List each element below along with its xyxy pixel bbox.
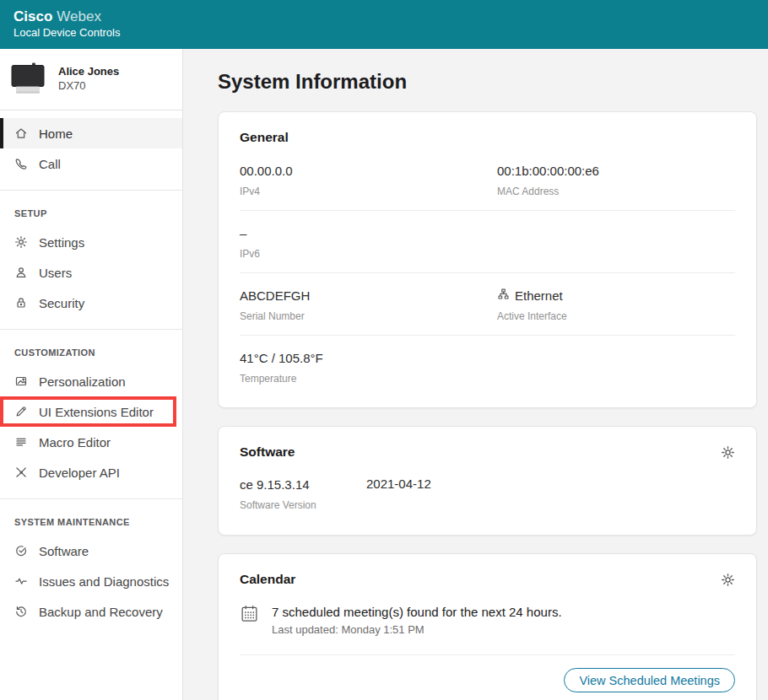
app-header: CiscoWebex Local Device Controls (0, 0, 768, 49)
sidebar-item-label: Users (39, 266, 72, 280)
page-title: System Information (218, 70, 768, 94)
serial-label: Serial Number (240, 310, 497, 322)
sidebar-item-label: Software (39, 544, 89, 558)
software-release-date: 2021-04-12 (366, 477, 431, 511)
sidebar-item-label: Security (39, 296, 84, 310)
serial-field: ABCDEFGH Serial Number (240, 288, 497, 322)
calendar-message: 7 scheduled meeting(s) found for the nex… (272, 604, 562, 620)
mac-field: 00:1b:00:00:00:e6 MAC Address (497, 163, 735, 197)
calendar-card-title: Calendar (240, 572, 295, 587)
mac-label: MAC Address (497, 186, 735, 197)
sidebar-item-users[interactable]: Users (0, 257, 182, 288)
sidebar-item-label: Settings (39, 235, 84, 250)
sidebar-item-label: UI Extensions Editor (39, 405, 154, 419)
mac-value: 00:1b:00:00:00:e6 (497, 163, 735, 179)
device-model: DX70 (58, 78, 119, 93)
ipv4-field: 00.00.0.0 IPv4 (240, 163, 497, 197)
sidebar-item-label: Personalization (39, 374, 126, 389)
phone-icon (14, 157, 28, 170)
ipv4-label: IPv4 (240, 186, 497, 197)
software-version-field: ce 9.15.3.14 Software Version (240, 477, 366, 511)
home-icon (14, 127, 28, 140)
ipv6-field: – IPv6 (240, 225, 497, 260)
sidebar-item-label: Call (39, 157, 61, 171)
ipv6-value: – (240, 225, 497, 241)
ethernet-icon (497, 288, 510, 304)
sidebar-item-ui-extensions-editor[interactable]: UI Extensions Editor (0, 396, 176, 427)
ipv4-value: 00.00.0.0 (240, 163, 497, 179)
pulse-icon (14, 574, 28, 588)
software-settings-gear-icon[interactable] (720, 444, 735, 460)
brand-logo: CiscoWebex (14, 8, 754, 25)
software-version-value: ce 9.15.3.14 (240, 477, 366, 493)
gear-icon (14, 235, 28, 249)
software-card-title: Software (240, 444, 295, 460)
device-dx70-icon (8, 62, 47, 94)
serial-value: ABCDEFGH (240, 288, 497, 304)
pencil-icon (14, 405, 28, 418)
brand-cisco: Cisco (14, 8, 52, 24)
ipv6-label: IPv6 (240, 248, 497, 260)
calendar-icon (240, 604, 259, 627)
general-row-serial: ABCDEFGH Serial Number Ethernet Active I… (240, 273, 735, 336)
sidebar-item-personalization[interactable]: Personalization (0, 366, 182, 396)
sidebar-item-macro-editor[interactable]: Macro Editor (0, 427, 182, 457)
calendar-status-row: 7 scheduled meeting(s) found for the nex… (240, 590, 735, 639)
temperature-field: 41°C / 105.8°F Temperature (240, 350, 497, 385)
general-row-network: 00.00.0.0 IPv4 00:1b:00:00:00:e6 MAC Add… (240, 148, 735, 211)
interface-field: Ethernet Active Interface (497, 288, 735, 322)
sidebar-section-customization: CUSTOMIZATION (0, 330, 182, 366)
general-card: General 00.00.0.0 IPv4 00:1b:00:00:00:e6… (218, 111, 757, 408)
app-window: CiscoWebex Local Device Controls Alice J… (0, 0, 768, 700)
device-name: Alice Jones (58, 64, 119, 78)
general-card-title: General (240, 130, 289, 145)
software-row: ce 9.15.3.14 Software Version 2021-04-12 (240, 463, 735, 530)
view-scheduled-meetings-button[interactable]: View Scheduled Meetings (564, 668, 735, 692)
device-info: Alice Jones DX70 (0, 49, 182, 110)
sidebar-item-label: Backup and Recovery (39, 605, 163, 619)
calendar-last-updated: Last updated: Monday 1:51 PM (272, 623, 562, 636)
sidebar-item-developer-api[interactable]: Developer API (0, 457, 182, 487)
general-row-ipv6: – IPv6 (240, 211, 735, 273)
sidebar-item-settings[interactable]: Settings (0, 227, 182, 257)
user-icon (14, 266, 28, 279)
sidebar-item-call[interactable]: Call (0, 148, 182, 179)
software-version-label: Software Version (240, 499, 366, 511)
sidebar-item-home[interactable]: Home (0, 118, 182, 148)
history-icon (14, 605, 28, 618)
sidebar-item-label: Developer API (39, 466, 120, 480)
general-row-temperature: 41°C / 105.8°F Temperature (240, 336, 735, 402)
main-content: System Information General 00.00.0.0 IPv… (183, 49, 768, 700)
sidebar-section-setup: SETUP (0, 191, 182, 227)
sidebar-item-label: Macro Editor (39, 435, 111, 450)
sidebar-item-backup-recovery[interactable]: Backup and Recovery (0, 596, 182, 627)
sidebar-item-issues-diagnostics[interactable]: Issues and Diagnostics (0, 566, 182, 596)
lock-icon (14, 296, 28, 310)
calendar-settings-gear-icon[interactable] (720, 572, 735, 587)
header-subtitle: Local Device Controls (14, 25, 754, 40)
sidebar-nav: Home Call SETUP Settings (0, 110, 182, 627)
sidebar: Alice Jones DX70 Home Call (0, 49, 183, 700)
temperature-label: Temperature (240, 373, 497, 385)
calendar-card: Calendar 7 scheduled meeting(s) found fo… (218, 553, 757, 700)
sidebar-item-label: Issues and Diagnostics (39, 574, 169, 589)
interface-value: Ethernet (515, 288, 563, 304)
sidebar-section-system-maintenance: SYSTEM MAINTENANCE (0, 499, 182, 536)
sidebar-item-security[interactable]: Security (0, 288, 182, 318)
interface-label: Active Interface (497, 310, 735, 322)
circle-check-icon (14, 544, 28, 557)
temperature-value: 41°C / 105.8°F (240, 350, 497, 366)
tools-icon (14, 466, 28, 479)
lines-icon (14, 435, 28, 449)
sidebar-item-label: Home (39, 127, 73, 141)
sidebar-item-software[interactable]: Software (0, 536, 182, 566)
brand-webex: Webex (57, 8, 101, 24)
image-icon (14, 374, 28, 388)
software-card: Software ce 9.15.3.14 Software Version 2… (218, 426, 757, 536)
